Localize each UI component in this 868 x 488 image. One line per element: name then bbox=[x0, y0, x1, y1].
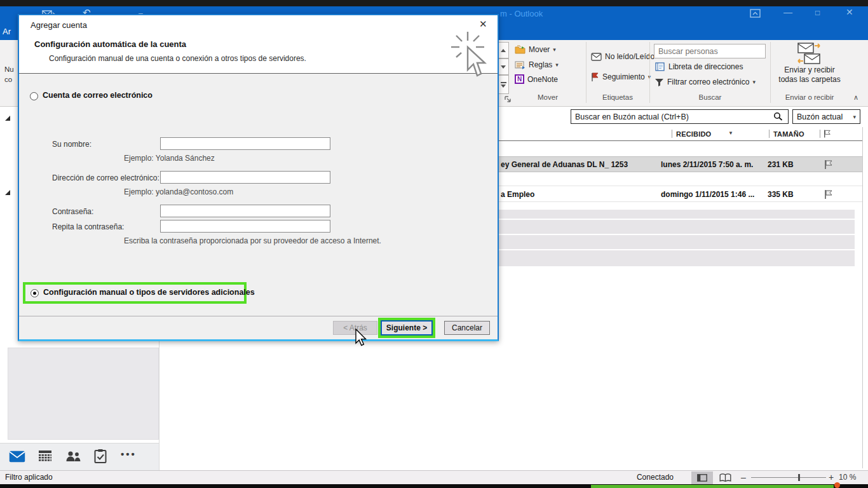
ribbon-button-label: Libreta de direcciones bbox=[668, 62, 743, 71]
radio-manual-config-label: Configuración manual o tipos de servidor… bbox=[43, 288, 255, 297]
zoom-slider-track[interactable] bbox=[751, 477, 826, 478]
people-nav-icon[interactable] bbox=[65, 451, 81, 462]
message-received: domingo 1/11/2015 1:46 ... bbox=[661, 190, 754, 199]
tab-file-clipped[interactable]: Ar bbox=[3, 27, 11, 36]
gallery-scroll-up-button[interactable] bbox=[498, 42, 509, 58]
tasks-nav-icon[interactable] bbox=[94, 449, 107, 464]
dialog-header: Agregar cuenta ✕ Configuración automátic… bbox=[19, 15, 498, 74]
ribbon-group-label-mover: Mover bbox=[512, 93, 583, 101]
triangle-up-icon bbox=[501, 49, 506, 52]
ribbon-group-label-buscar: Buscar bbox=[651, 93, 769, 101]
email-field[interactable] bbox=[160, 171, 330, 184]
group-separator bbox=[649, 42, 650, 103]
more-apps-icon[interactable]: ••• bbox=[121, 449, 137, 459]
radio-manual-config[interactable] bbox=[31, 289, 39, 297]
ribbon-button-filtrar[interactable]: Filtrar correo electrónico ▾ bbox=[654, 76, 756, 88]
collapse-ribbon-icon[interactable]: ∧ bbox=[853, 93, 858, 102]
video-bottom-strip bbox=[0, 484, 868, 488]
folder-collapse-icon[interactable] bbox=[5, 116, 10, 121]
reading-layout-icon bbox=[697, 474, 707, 482]
mailbox-search-input[interactable] bbox=[571, 112, 773, 121]
ribbon-button-libreta[interactable]: Libreta de direcciones bbox=[654, 60, 743, 73]
sort-desc-icon[interactable]: ▼ bbox=[728, 130, 733, 136]
ribbon-left-clip: Nu co bbox=[0, 40, 18, 107]
close-icon[interactable]: ✕ bbox=[846, 8, 853, 17]
ribbon-button-mover[interactable]: Mover ▾ bbox=[515, 42, 556, 57]
ribbon-button-no-leido[interactable]: No leído/Leído bbox=[591, 50, 654, 64]
reading-view-button[interactable] bbox=[691, 471, 713, 484]
add-account-dialog: Agregar cuenta ✕ Configuración automátic… bbox=[18, 14, 499, 341]
column-divider bbox=[672, 130, 672, 138]
manual-config-highlight: Configuración manual o tipos de servidor… bbox=[23, 282, 247, 304]
video-top-strip bbox=[0, 0, 868, 6]
zoom-level[interactable]: 10 % bbox=[839, 473, 856, 482]
ribbon-display-options-icon[interactable] bbox=[750, 9, 761, 18]
empty-row-stripe bbox=[499, 220, 855, 234]
zoom-slider-thumb[interactable] bbox=[798, 474, 800, 481]
search-icon[interactable] bbox=[773, 112, 783, 121]
new-mail-button-clipped-2[interactable]: co bbox=[4, 76, 12, 83]
maximize-icon[interactable]: □ bbox=[815, 8, 820, 17]
ribbon-button-label: Filtrar correo electrónico bbox=[667, 78, 749, 86]
password-repeat-label: Repita la contraseña: bbox=[52, 222, 124, 231]
radio-email-account-label: Cuenta de correo electrónico bbox=[43, 91, 153, 100]
triangle-down-icon bbox=[501, 65, 506, 69]
search-scope-value: Buzón actual bbox=[797, 112, 843, 121]
password-field[interactable] bbox=[160, 205, 330, 217]
column-header-received[interactable]: RECIBIDO bbox=[676, 130, 711, 138]
follow-up-flag-icon bbox=[591, 72, 599, 82]
chevron-down-icon: ▾ bbox=[555, 62, 559, 68]
next-button[interactable]: Siguiente > bbox=[381, 320, 433, 336]
gallery-more-button[interactable] bbox=[498, 75, 509, 94]
ribbon-button-label: Reglas bbox=[529, 60, 552, 69]
dialog-close-icon[interactable]: ✕ bbox=[479, 18, 487, 30]
name-field[interactable] bbox=[160, 137, 330, 150]
radio-email-account[interactable] bbox=[30, 92, 38, 100]
navigation-bar: ••• bbox=[0, 443, 159, 470]
message-row[interactable]: a Empleo domingo 1/11/2015 1:46 ... 335 … bbox=[499, 186, 862, 202]
reading-mode-icon[interactable] bbox=[719, 473, 731, 482]
dialog-launcher-icon[interactable] bbox=[504, 95, 512, 103]
ribbon-button-send-receive-all[interactable]: Enviar y recibir todas las carpetas bbox=[770, 41, 849, 92]
new-mail-button-clipped[interactable]: Nu bbox=[4, 65, 14, 73]
search-scope-dropdown[interactable]: Buzón actual ▾ bbox=[792, 109, 860, 124]
minimize-icon[interactable]: — bbox=[783, 8, 792, 17]
address-book-icon bbox=[654, 62, 665, 71]
calendar-nav-icon[interactable] bbox=[38, 449, 52, 463]
name-label: Su nombre: bbox=[52, 140, 92, 149]
cancel-button[interactable]: Cancelar bbox=[444, 321, 490, 335]
send-receive-label-line1: Enviar y recibir bbox=[770, 65, 849, 74]
mail-nav-icon[interactable] bbox=[9, 451, 25, 463]
dialog-title: Agregar cuenta bbox=[31, 20, 87, 30]
triangle-down-icon bbox=[501, 85, 506, 88]
ribbon-group-label-etiquetas: Etiquetas bbox=[586, 93, 649, 101]
outlook-screen: ↶ – m - Outlook — □ ✕ Ar Nu co Mover ▾ bbox=[0, 0, 868, 488]
message-size: 231 KB bbox=[768, 160, 794, 169]
empty-row-stripe bbox=[499, 250, 855, 266]
onenote-icon: N bbox=[515, 74, 524, 84]
ribbon-button-reglas[interactable]: Reglas ▾ bbox=[515, 57, 559, 72]
zoom-in-button[interactable]: + bbox=[829, 472, 834, 482]
flag-icon[interactable] bbox=[824, 189, 833, 200]
gallery-scroll-down-button[interactable] bbox=[498, 58, 509, 75]
flag-column-icon[interactable] bbox=[824, 129, 831, 139]
search-people-input[interactable] bbox=[654, 47, 765, 56]
more-bar-icon bbox=[501, 82, 506, 83]
ribbon-button-label: No leído/Leído bbox=[605, 52, 654, 61]
zoom-out-button[interactable]: – bbox=[741, 472, 746, 482]
ribbon-button-onenote[interactable]: N OneNote bbox=[515, 72, 558, 86]
column-header-size[interactable]: TAMAÑO bbox=[773, 130, 804, 138]
ribbon-button-seguimiento[interactable]: Seguimiento ▾ bbox=[591, 70, 651, 84]
click-burst-cursor-icon bbox=[449, 30, 497, 81]
flag-icon[interactable] bbox=[824, 159, 833, 170]
mouse-cursor bbox=[355, 329, 367, 346]
folder-collapse-icon[interactable] bbox=[5, 190, 10, 195]
ribbon-button-label: Mover bbox=[529, 45, 550, 54]
status-bar: Filtro aplicado Conectado – + 10 % bbox=[0, 470, 868, 484]
message-row-selected[interactable]: ey General de Aduanas DL N_ 1253 lunes 2… bbox=[499, 156, 862, 172]
list-scrollbar[interactable] bbox=[862, 127, 863, 468]
password-repeat-field[interactable] bbox=[160, 220, 330, 233]
video-progress-bar bbox=[591, 485, 834, 488]
dialog-subheading: Configuración manual de una cuenta o con… bbox=[49, 54, 306, 63]
chevron-down-icon: ▾ bbox=[553, 46, 556, 53]
